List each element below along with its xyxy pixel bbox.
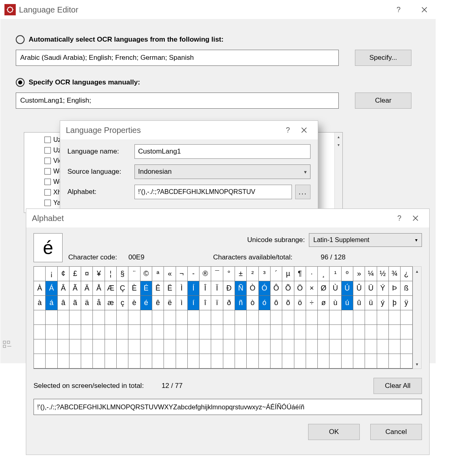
char-cell[interactable] xyxy=(105,325,117,339)
char-cell[interactable] xyxy=(128,310,140,325)
char-cell[interactable] xyxy=(318,339,329,354)
char-cell[interactable] xyxy=(152,354,164,369)
char-cell[interactable]: Ø xyxy=(318,281,329,296)
char-cell[interactable] xyxy=(81,339,93,354)
char-cell[interactable]: ô xyxy=(271,296,282,310)
char-cell[interactable] xyxy=(401,325,412,339)
char-cell[interactable]: ª xyxy=(152,267,164,281)
char-cell[interactable] xyxy=(211,310,223,325)
char-cell[interactable] xyxy=(306,354,318,369)
char-cell[interactable] xyxy=(211,325,223,339)
char-cell[interactable] xyxy=(365,325,377,339)
char-cell[interactable] xyxy=(164,325,176,339)
char-cell[interactable] xyxy=(247,325,258,339)
char-cell[interactable] xyxy=(235,325,247,339)
char-cell[interactable] xyxy=(306,310,318,325)
char-cell[interactable] xyxy=(46,325,57,339)
char-cell[interactable]: Â xyxy=(58,281,69,296)
char-cell[interactable] xyxy=(389,325,401,339)
char-cell[interactable] xyxy=(329,310,341,325)
char-cell[interactable]: ç xyxy=(117,296,128,310)
char-cell[interactable]: ½ xyxy=(377,267,389,281)
char-cell[interactable]: é xyxy=(141,296,152,310)
char-cell[interactable]: ´ xyxy=(271,267,282,281)
char-cell[interactable]: Ý xyxy=(377,281,389,296)
char-cell[interactable]: ÷ xyxy=(306,296,318,310)
char-cell[interactable] xyxy=(329,354,341,369)
char-cell[interactable] xyxy=(141,325,152,339)
char-cell[interactable] xyxy=(199,354,211,369)
char-cell[interactable] xyxy=(247,339,258,354)
char-cell[interactable]: Ò xyxy=(247,281,258,296)
char-cell[interactable] xyxy=(223,354,235,369)
char-cell[interactable]: × xyxy=(306,281,318,296)
char-cell[interactable] xyxy=(58,354,69,369)
char-cell[interactable] xyxy=(389,339,401,354)
cancel-button[interactable]: Cancel xyxy=(370,424,422,440)
char-cell[interactable] xyxy=(259,354,271,369)
char-cell[interactable]: Ö xyxy=(294,281,306,296)
char-cell[interactable] xyxy=(353,339,365,354)
char-grid[interactable]: ¡¢£¤¥¦§¨©ª«¬‑®¯°±²³´µ¶·¸¹º»¼½¾¿ÀÁÂÃÄÅÆÇÈ… xyxy=(34,266,413,369)
char-cell[interactable] xyxy=(81,325,93,339)
char-cell[interactable]: Ç xyxy=(117,281,128,296)
char-cell[interactable] xyxy=(34,325,46,339)
char-cell[interactable] xyxy=(294,354,306,369)
char-cell[interactable]: ¯ xyxy=(211,267,223,281)
char-cell[interactable] xyxy=(223,310,235,325)
char-cell[interactable]: ¸ xyxy=(318,267,329,281)
char-cell[interactable]: À xyxy=(34,281,46,296)
checkbox[interactable] xyxy=(44,158,51,164)
char-cell[interactable] xyxy=(259,339,271,354)
char-cell[interactable] xyxy=(223,339,235,354)
char-cell[interactable] xyxy=(46,310,57,325)
props-src-select[interactable]: Indonesian ▾ xyxy=(134,164,311,179)
char-cell[interactable] xyxy=(164,310,176,325)
auto-langs-input[interactable]: Arabic (Saudi Arabia); English; French; … xyxy=(16,50,339,66)
char-cell[interactable] xyxy=(93,325,105,339)
checkbox[interactable] xyxy=(44,168,51,175)
char-cell[interactable] xyxy=(152,325,164,339)
char-cell[interactable] xyxy=(235,354,247,369)
char-cell[interactable] xyxy=(223,325,235,339)
char-cell[interactable] xyxy=(211,354,223,369)
checkbox[interactable] xyxy=(44,137,51,143)
char-cell[interactable] xyxy=(401,354,412,369)
char-cell[interactable]: î xyxy=(199,296,211,310)
char-cell[interactable] xyxy=(294,325,306,339)
char-cell[interactable] xyxy=(329,325,341,339)
props-alphabet-edit-button[interactable]: ... xyxy=(295,185,311,199)
char-cell[interactable] xyxy=(282,354,294,369)
char-cell[interactable] xyxy=(211,339,223,354)
char-cell[interactable] xyxy=(141,339,152,354)
radio-auto[interactable] xyxy=(16,35,25,44)
char-cell[interactable]: ö xyxy=(294,296,306,310)
char-cell[interactable]: ¼ xyxy=(365,267,377,281)
char-cell[interactable] xyxy=(271,310,282,325)
radio-manual[interactable] xyxy=(16,78,25,87)
char-cell[interactable]: ¡ xyxy=(46,267,57,281)
char-cell[interactable] xyxy=(188,310,199,325)
char-cell[interactable] xyxy=(93,310,105,325)
char-cell[interactable] xyxy=(247,354,258,369)
char-cell[interactable]: É xyxy=(141,281,152,296)
char-cell[interactable] xyxy=(294,310,306,325)
char-cell[interactable]: ° xyxy=(223,267,235,281)
char-cell[interactable] xyxy=(271,354,282,369)
char-cell[interactable]: « xyxy=(164,267,176,281)
char-cell[interactable] xyxy=(235,310,247,325)
char-cell[interactable] xyxy=(282,325,294,339)
char-cell[interactable]: ò xyxy=(247,296,258,310)
checkbox[interactable] xyxy=(44,189,51,196)
char-cell[interactable]: ù xyxy=(329,296,341,310)
char-cell[interactable] xyxy=(199,339,211,354)
char-cell[interactable] xyxy=(117,354,128,369)
char-cell[interactable] xyxy=(294,339,306,354)
char-cell[interactable]: Í xyxy=(188,281,199,296)
char-cell[interactable] xyxy=(46,354,57,369)
char-cell[interactable] xyxy=(329,339,341,354)
char-cell[interactable] xyxy=(34,310,46,325)
char-cell[interactable] xyxy=(69,310,81,325)
char-cell[interactable]: õ xyxy=(282,296,294,310)
char-cell[interactable] xyxy=(342,325,353,339)
